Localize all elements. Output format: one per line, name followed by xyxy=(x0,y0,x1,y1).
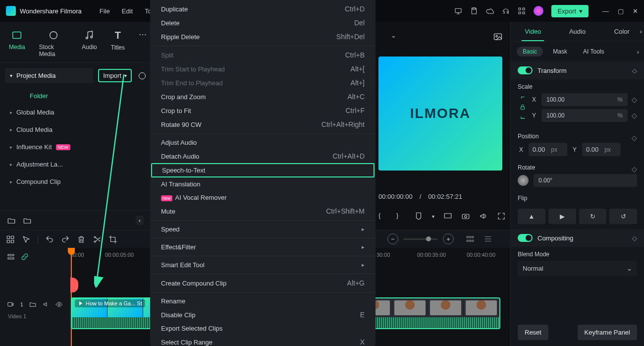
minimize-button[interactable]: — xyxy=(602,7,609,15)
lock-icon[interactable] xyxy=(519,104,526,111)
chip-ai-tools[interactable]: AI Tools xyxy=(577,47,610,57)
tree-item-global-media[interactable]: ▸Global Media xyxy=(5,104,146,121)
pos-x-input[interactable]: 0.00px xyxy=(529,143,567,156)
scale-x-input[interactable]: 100.00% xyxy=(541,93,628,106)
avatar[interactable] xyxy=(534,6,543,16)
tree-item-adjustment-layer[interactable]: ▸Adjustment La... xyxy=(5,156,146,173)
import-button[interactable]: Import ▾ xyxy=(98,69,132,82)
display-icon[interactable] xyxy=(443,212,452,221)
menu-item-ripple-delete[interactable]: Ripple DeleteShift+Del xyxy=(150,30,376,44)
menu-item-rotate-90-cw[interactable]: Rotate 90 CWCtrl+Alt+Right xyxy=(150,117,376,131)
save-icon[interactable] xyxy=(470,7,478,15)
menu-file[interactable]: File xyxy=(100,7,110,15)
menu-item-export-selected-clips[interactable]: Export Selected Clips xyxy=(150,322,376,335)
rotate-cw-button[interactable]: ↻ xyxy=(579,209,607,224)
rotate-dial[interactable] xyxy=(518,175,529,186)
delete-icon[interactable] xyxy=(77,235,86,244)
menu-edit[interactable]: Edit xyxy=(122,7,133,15)
tree-item-influence-kit[interactable]: ▸Influence KitNEW xyxy=(5,138,146,156)
timeline-view-icon[interactable] xyxy=(466,234,475,243)
tab-titles[interactable]: T Titles xyxy=(106,27,130,62)
menu-item-detach-audio[interactable]: Detach AudioCtrl+Alt+D xyxy=(150,149,376,163)
menu-item-delete[interactable]: DeleteDel xyxy=(150,16,376,30)
menu-item-mute[interactable]: MuteCtrl+Shift+M xyxy=(150,204,376,218)
mute-track-icon[interactable] xyxy=(43,300,50,308)
apps-icon[interactable] xyxy=(518,7,526,15)
menu-item-create-compound-clip[interactable]: Create Compound ClipAlt+G xyxy=(150,276,376,290)
menu-item-disable-clip[interactable]: Disable ClipE xyxy=(150,308,376,322)
menu-item-speed[interactable]: Speed▸ xyxy=(150,223,376,236)
fullscreen-icon[interactable] xyxy=(497,212,506,221)
pos-y-input[interactable]: 0.00px xyxy=(582,143,621,156)
chevron-down-icon[interactable]: ▾ xyxy=(432,214,434,219)
keyframe-diamond-icon[interactable]: ◇ xyxy=(632,67,637,74)
flip-horizontal-button[interactable]: ▲ xyxy=(518,209,545,224)
flip-vertical-button[interactable]: ▶ xyxy=(548,209,576,224)
volume-icon[interactable] xyxy=(479,212,488,221)
folder-link[interactable]: Folder xyxy=(0,88,151,104)
link-icon[interactable] xyxy=(21,253,29,261)
project-media-button[interactable]: ▾ Project Media xyxy=(5,68,93,83)
compositing-toggle[interactable] xyxy=(518,234,533,242)
playhead[interactable] xyxy=(71,248,72,346)
mark-out-icon[interactable]: } xyxy=(396,212,405,221)
zoom-out-button[interactable]: − xyxy=(387,233,398,244)
tab-video[interactable]: Video xyxy=(511,22,555,41)
menu-item-smart-edit-tool[interactable]: Smart Edit Tool▸ xyxy=(150,258,376,272)
keyframe-diamond-icon[interactable]: ◇ xyxy=(632,165,637,173)
folder-icon[interactable] xyxy=(29,300,37,308)
preview-viewport[interactable]: ILMORA xyxy=(378,57,502,171)
tab-audio-props[interactable]: Audio xyxy=(555,22,600,41)
record-icon[interactable] xyxy=(139,72,146,79)
tab-more[interactable]: ⋯ xyxy=(134,27,147,62)
folder-icon[interactable] xyxy=(23,216,32,225)
keyframe-diamond-icon[interactable]: ◇ xyxy=(632,96,637,104)
menu-item-crop-and-zoom[interactable]: Crop and ZoomAlt+C xyxy=(150,90,376,104)
new-folder-icon[interactable] xyxy=(7,216,16,225)
tab-color[interactable]: Color xyxy=(599,22,644,41)
crop-icon[interactable] xyxy=(108,235,117,244)
eye-icon[interactable] xyxy=(55,300,63,308)
preview-dropdown-icon[interactable]: ⌄ xyxy=(391,32,396,39)
compositing-section-header[interactable]: Compositing ◇ xyxy=(511,229,644,247)
pointer-icon[interactable] xyxy=(22,235,31,244)
marker-icon[interactable] xyxy=(414,212,423,221)
split-icon[interactable] xyxy=(93,235,102,244)
menu-item-select-clip-range[interactable]: Select Clip RangeX xyxy=(150,335,376,346)
keyframe-diamond-icon[interactable]: ◇ xyxy=(632,134,637,142)
menu-item-adjust-audio[interactable]: Adjust Audio xyxy=(150,136,376,149)
grid-icon[interactable] xyxy=(6,235,15,244)
transform-section-header[interactable]: Transform ◇ xyxy=(511,61,644,79)
chip-mask[interactable]: Mask xyxy=(547,47,573,57)
tab-stock-media[interactable]: Stock Media xyxy=(34,27,73,62)
headphones-icon[interactable] xyxy=(502,7,510,15)
tab-media[interactable]: Media xyxy=(4,27,30,62)
close-button[interactable]: ✕ xyxy=(633,7,638,15)
tabs-more-icon[interactable]: › xyxy=(640,28,642,35)
maximize-button[interactable]: ▢ xyxy=(618,7,624,15)
clip-start-marker[interactable] xyxy=(70,278,78,292)
blend-mode-select[interactable]: Normal ⌄ xyxy=(518,261,637,276)
menu-item-ai-translation[interactable]: AI Translation xyxy=(150,177,376,191)
rotate-ccw-button[interactable]: ↺ xyxy=(609,209,637,224)
desktop-icon[interactable] xyxy=(454,7,462,15)
video-track-icon[interactable] xyxy=(7,300,14,308)
tree-item-compound-clip[interactable]: ▸Compound Clip xyxy=(5,173,146,190)
transform-toggle[interactable] xyxy=(518,66,533,74)
menu-item-crop-to-fit[interactable]: Crop to FitCtrl+F xyxy=(150,104,376,117)
collapse-panel-button[interactable]: ‹ xyxy=(136,216,144,225)
scale-y-input[interactable]: 100.00% xyxy=(541,109,628,122)
undo-icon[interactable] xyxy=(45,235,54,244)
cloud-icon[interactable] xyxy=(486,7,494,15)
keyframe-diamond-icon[interactable]: ◇ xyxy=(632,234,637,242)
snapshot-icon[interactable] xyxy=(493,32,503,42)
reset-button[interactable]: Reset xyxy=(518,325,548,340)
keyframe-panel-button[interactable]: Keyframe Panel xyxy=(578,325,638,340)
export-button[interactable]: Export ▾ xyxy=(551,5,589,17)
menu-item-effect-filter[interactable]: Effect&Filter▸ xyxy=(150,240,376,254)
menu-item-rename[interactable]: Rename xyxy=(150,294,376,308)
menu-item-speech-to-text[interactable]: Speech-to-Text xyxy=(151,163,375,177)
zoom-in-button[interactable]: + xyxy=(443,233,454,244)
subtabs-more-icon[interactable]: › xyxy=(637,48,639,56)
timeline-layers-icon[interactable] xyxy=(7,253,15,261)
